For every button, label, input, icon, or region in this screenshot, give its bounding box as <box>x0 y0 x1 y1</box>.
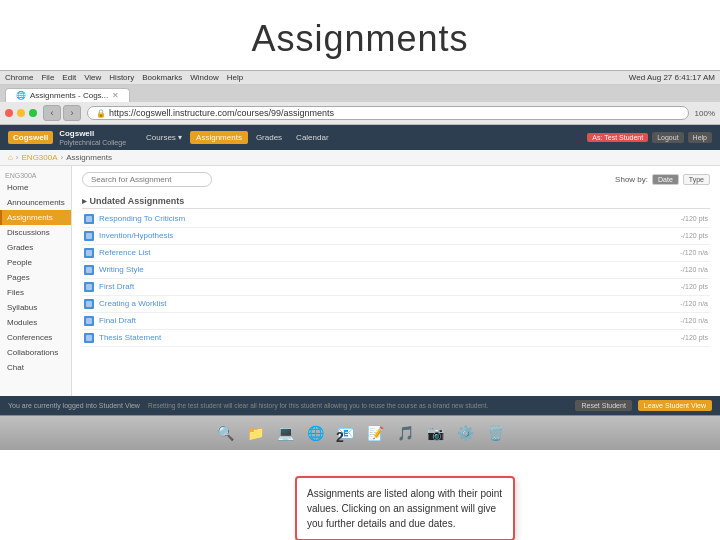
sidebar-item-files[interactable]: Files <box>0 285 71 300</box>
sidebar-item-home[interactable]: Home <box>0 180 71 195</box>
logout-button[interactable]: Logout <box>652 132 683 143</box>
assignment-pts-5: -/120 n/a <box>680 300 708 307</box>
nav-courses[interactable]: Courses ▾ <box>140 131 188 144</box>
school-sub: Polytechnical College <box>59 139 126 146</box>
assignment-name-0[interactable]: Responding To Criticism <box>99 214 676 223</box>
assignment-icon <box>84 214 94 224</box>
lms-nav: Courses ▾ Assignments Grades Calendar <box>140 131 335 144</box>
menu-file[interactable]: File <box>41 73 54 82</box>
assignment-icon <box>84 265 94 275</box>
menu-edit[interactable]: Edit <box>62 73 76 82</box>
menu-view[interactable]: View <box>84 73 101 82</box>
content-area: Show by: Date Type ▸ Undated Assignments… <box>72 166 720 396</box>
close-button[interactable] <box>5 109 13 117</box>
show-date-button[interactable]: Date <box>652 174 679 185</box>
lms-body: ENG300A Home Announcements Assignments D… <box>0 166 720 396</box>
search-input[interactable] <box>82 172 212 187</box>
nav-assignments[interactable]: Assignments <box>190 131 248 144</box>
footer-message: You are currently logged into Student Vi… <box>8 402 140 409</box>
breadcrumb-sep-2: › <box>61 153 64 162</box>
tooltip-box: Assignments are listed along with their … <box>295 476 515 540</box>
sidebar-item-pages[interactable]: Pages <box>0 270 71 285</box>
browser-status-row: Chrome File Edit View History Bookmarks … <box>0 71 720 85</box>
assignment-icon <box>84 316 94 326</box>
minimize-button[interactable] <box>17 109 25 117</box>
sidebar-course-code: ENG300A <box>0 170 71 180</box>
tab-label: Assignments - Cogs... <box>30 91 108 100</box>
leave-student-view-button[interactable]: Leave Student View <box>638 400 712 411</box>
breadcrumb-course[interactable]: ENG300A <box>22 153 58 162</box>
menu-window[interactable]: Window <box>190 73 218 82</box>
address-bar[interactable]: 🔒 https://cogswell.instructure.com/cours… <box>87 106 689 120</box>
browser-tab-bar: 🌐 Assignments - Cogs... ✕ <box>0 85 720 102</box>
maximize-button[interactable] <box>29 109 37 117</box>
dock-icon-mac[interactable]: 💻 <box>272 420 298 446</box>
assignment-pts-1: -/120 pts <box>681 232 708 239</box>
dock-icon-trash[interactable]: 🗑️ <box>482 420 508 446</box>
sidebar-item-conferences[interactable]: Conferences <box>0 330 71 345</box>
assignment-pts-3: -/120 n/a <box>680 266 708 273</box>
sidebar-item-people[interactable]: People <box>0 255 71 270</box>
lms-header: Cogswell Cogswell Polytechnical College … <box>0 125 720 150</box>
back-button[interactable]: ‹ <box>43 105 61 121</box>
dock-icon-photos[interactable]: 📷 <box>422 420 448 446</box>
sidebar-item-assignments[interactable]: Assignments <box>0 210 71 225</box>
assignment-name-6[interactable]: Final Draft <box>99 316 675 325</box>
tooltip-text: Assignments are listed along with their … <box>307 488 502 529</box>
assignment-row: Thesis Statement -/120 pts <box>82 330 710 347</box>
nav-calendar[interactable]: Calendar <box>290 131 334 144</box>
assignment-icon <box>84 299 94 309</box>
breadcrumb-sep-1: › <box>16 153 19 162</box>
assignment-name-4[interactable]: First Draft <box>99 282 676 291</box>
assignment-name-7[interactable]: Thesis Statement <box>99 333 676 342</box>
dock-icon-settings[interactable]: ⚙️ <box>452 420 478 446</box>
browser-time: Wed Aug 27 6:41:17 AM <box>629 73 715 82</box>
sidebar-item-discussions[interactable]: Discussions <box>0 225 71 240</box>
dock-icon-notes[interactable]: 📝 <box>362 420 388 446</box>
assignment-row: First Draft -/120 pts <box>82 279 710 296</box>
assignment-icon <box>84 231 94 241</box>
dock-icon-finder[interactable]: 🔍 <box>212 420 238 446</box>
assignment-name-1[interactable]: Invention/Hypothesis <box>99 231 676 240</box>
sidebar-item-modules[interactable]: Modules <box>0 315 71 330</box>
assignment-pts-0: -/120 pts <box>681 215 708 222</box>
assignment-name-2[interactable]: Reference List <box>99 248 675 257</box>
sidebar-item-chat[interactable]: Chat <box>0 360 71 375</box>
section-header-undated: ▸ Undated Assignments <box>82 193 710 209</box>
lms-nav-right: As: Test Student Logout Help <box>587 132 712 143</box>
breadcrumb-home[interactable]: ⌂ <box>8 153 13 162</box>
assignment-pts-6: -/120 n/a <box>680 317 708 324</box>
forward-button[interactable]: › <box>63 105 81 121</box>
show-type-button[interactable]: Type <box>683 174 710 185</box>
dock-icon-folder[interactable]: 📁 <box>242 420 268 446</box>
callout-number: 2 <box>336 429 344 445</box>
assignment-name-5[interactable]: Creating a Worklist <box>99 299 675 308</box>
menu-bookmarks[interactable]: Bookmarks <box>142 73 182 82</box>
lms-footer: You are currently logged into Student Vi… <box>0 396 720 415</box>
dock-icon-safari[interactable]: 🌐 <box>302 420 328 446</box>
school-info: Cogswell Polytechnical College <box>59 129 126 146</box>
page-title-area: Assignments <box>0 0 720 70</box>
school-name: Cogswell <box>59 129 126 139</box>
browser-chrome: Chrome File Edit View History Bookmarks … <box>0 70 720 125</box>
breadcrumb-current: Assignments <box>66 153 112 162</box>
dock-icon-music[interactable]: 🎵 <box>392 420 418 446</box>
address-text: https://cogswell.instructure.com/courses… <box>109 108 334 118</box>
menu-chrome[interactable]: Chrome <box>5 73 33 82</box>
menu-help[interactable]: Help <box>227 73 243 82</box>
nav-grades[interactable]: Grades <box>250 131 288 144</box>
browser-tab-active[interactable]: 🌐 Assignments - Cogs... ✕ <box>5 88 130 102</box>
reset-student-button[interactable]: Reset Student <box>575 400 631 411</box>
help-button[interactable]: Help <box>688 132 712 143</box>
assignment-icon <box>84 248 94 258</box>
footer-actions: Reset Student Leave Student View <box>575 400 712 411</box>
sidebar-item-collaborations[interactable]: Collaborations <box>0 345 71 360</box>
tab-close-icon[interactable]: ✕ <box>112 91 119 100</box>
assignment-row: Writing Style -/120 n/a <box>82 262 710 279</box>
assignment-name-3[interactable]: Writing Style <box>99 265 675 274</box>
sidebar-item-grades[interactable]: Grades <box>0 240 71 255</box>
sidebar-item-syllabus[interactable]: Syllabus <box>0 300 71 315</box>
sidebar-item-announcements[interactable]: Announcements <box>0 195 71 210</box>
menu-history[interactable]: History <box>109 73 134 82</box>
assignment-row: Reference List -/120 n/a <box>82 245 710 262</box>
